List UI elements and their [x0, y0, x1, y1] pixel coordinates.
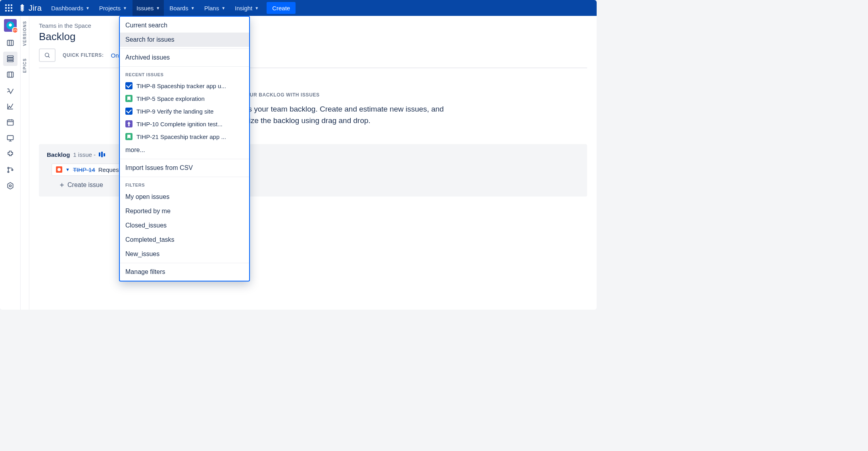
- epics-label: EPICS: [23, 58, 27, 73]
- project-sidebar: </>: [0, 16, 21, 310]
- svg-point-20: [9, 185, 11, 187]
- issues-dropdown: Current search Search for issues Archive…: [119, 16, 250, 281]
- menu-archived-issues[interactable]: Archived issues: [120, 50, 249, 65]
- empty-state-title: FILL YOUR BACKLOG WITH ISSUES: [230, 92, 587, 98]
- project-badge-icon: </>: [12, 27, 18, 33]
- svg-point-21: [45, 53, 49, 57]
- filter-item[interactable]: Completed_tasks: [120, 233, 249, 247]
- sidebar-backlog-icon[interactable]: [3, 52, 17, 66]
- svg-rect-10: [7, 56, 13, 58]
- recent-issue[interactable]: TIHP-8 Spaceship tracker app u...: [120, 79, 249, 92]
- chevron-down-icon: ▼: [221, 6, 225, 10]
- top-nav: Jira Dashboards▼ Projects▼ Issues▼ Board…: [0, 0, 597, 16]
- recent-issue[interactable]: TIHP-5 Space exploration: [120, 92, 249, 105]
- nav-dashboards[interactable]: Dashboards▼: [47, 0, 94, 16]
- menu-more[interactable]: more...: [120, 143, 249, 157]
- sprint-icon[interactable]: [99, 152, 106, 157]
- create-issue-label: Create issue: [67, 181, 103, 189]
- menu-recent-heading: RECENT ISSUES: [120, 68, 249, 79]
- menu-import-csv[interactable]: Import Issues from CSV: [120, 161, 249, 175]
- chevron-down-icon: ▼: [65, 167, 70, 172]
- svg-rect-1: [8, 4, 10, 6]
- nav-boards[interactable]: Boards▼: [165, 0, 198, 16]
- svg-rect-22: [99, 152, 100, 156]
- versions-label: VERSIONS: [23, 21, 27, 46]
- create-button[interactable]: Create: [267, 2, 296, 14]
- sidebar-dev-icon[interactable]: [3, 163, 17, 177]
- svg-rect-13: [7, 72, 13, 77]
- svg-rect-12: [7, 60, 13, 62]
- task-icon: [125, 108, 133, 115]
- backlog-issue-count: 1 issue -: [73, 151, 96, 158]
- chevron-down-icon: ▼: [123, 6, 127, 10]
- story-icon: [125, 133, 133, 140]
- chevron-down-icon: ▼: [191, 6, 195, 10]
- svg-marker-19: [8, 183, 13, 189]
- recent-issue[interactable]: TIHP-9 Verify the landing site: [120, 105, 249, 118]
- epic-icon: [125, 120, 133, 127]
- svg-rect-9: [7, 40, 13, 45]
- menu-search-for-issues[interactable]: Search for issues: [120, 33, 249, 47]
- nav-issues[interactable]: Issues▼: [133, 0, 164, 16]
- story-icon: [125, 95, 133, 102]
- filter-item[interactable]: My open issues: [120, 190, 249, 204]
- sidebar-monitor-icon[interactable]: [3, 131, 17, 145]
- app-switcher-icon[interactable]: [3, 2, 14, 13]
- backlog-section-name: Backlog: [47, 151, 70, 158]
- task-icon: [125, 82, 133, 89]
- svg-rect-8: [11, 10, 12, 12]
- nav-insight[interactable]: Insight▼: [231, 0, 263, 16]
- quick-filters-label: QUICK FILTERS:: [63, 52, 104, 58]
- project-avatar[interactable]: </>: [4, 19, 17, 32]
- bug-icon: [56, 166, 62, 173]
- menu-manage-filters[interactable]: Manage filters: [120, 265, 249, 279]
- main-content: Teams in the Space Backlog QUICK FILTERS…: [29, 16, 597, 310]
- sidebar-reports-icon[interactable]: [3, 99, 17, 114]
- sidebar-releases-icon[interactable]: [3, 83, 17, 98]
- sidebar-active-sprints-icon[interactable]: [3, 67, 17, 82]
- sidebar-addons-icon[interactable]: [3, 147, 17, 161]
- chevron-down-icon: ▼: [86, 6, 90, 10]
- menu-filters-heading: FILTERS: [120, 179, 249, 190]
- svg-rect-24: [104, 153, 105, 156]
- svg-rect-23: [101, 152, 103, 157]
- menu-current-search[interactable]: Current search: [120, 18, 249, 33]
- filter-item[interactable]: Reported by me: [120, 204, 249, 218]
- recent-issue[interactable]: TIHP-10 Complete ignition test...: [120, 118, 249, 130]
- empty-state-body: This is your team backlog. Create and es…: [230, 103, 444, 127]
- svg-point-18: [12, 169, 13, 170]
- empty-state: FILL YOUR BACKLOG WITH ISSUES This is yo…: [29, 68, 597, 136]
- sidebar-board-icon[interactable]: [3, 36, 17, 50]
- filter-item[interactable]: Closed_issues: [120, 218, 249, 233]
- svg-rect-3: [5, 7, 7, 9]
- jira-logo[interactable]: Jira: [16, 4, 46, 13]
- svg-rect-5: [11, 7, 12, 9]
- recent-issue[interactable]: TIHP-21 Spaceship tracker app ...: [120, 130, 249, 143]
- chevron-down-icon: ▼: [255, 6, 259, 10]
- svg-rect-15: [7, 135, 13, 140]
- nav-plans[interactable]: Plans▼: [200, 0, 229, 16]
- versions-rail[interactable]: VERSIONS EPICS: [21, 16, 29, 310]
- filter-item[interactable]: New_issues: [120, 247, 249, 261]
- svg-point-16: [8, 167, 9, 168]
- chevron-down-icon: ▼: [156, 6, 160, 10]
- svg-rect-2: [11, 4, 12, 6]
- search-button[interactable]: [39, 48, 56, 62]
- svg-rect-11: [7, 58, 13, 60]
- brand-name: Jira: [29, 4, 42, 13]
- svg-rect-6: [5, 10, 7, 12]
- svg-rect-14: [7, 120, 13, 125]
- nav-projects[interactable]: Projects▼: [95, 0, 131, 16]
- svg-rect-4: [8, 7, 10, 9]
- svg-point-17: [8, 171, 9, 172]
- issue-key[interactable]: TIHP-14: [73, 166, 95, 173]
- svg-rect-7: [8, 10, 10, 12]
- sidebar-settings-icon[interactable]: [3, 179, 17, 193]
- svg-rect-0: [5, 4, 7, 6]
- sidebar-calendar-icon[interactable]: [3, 115, 17, 129]
